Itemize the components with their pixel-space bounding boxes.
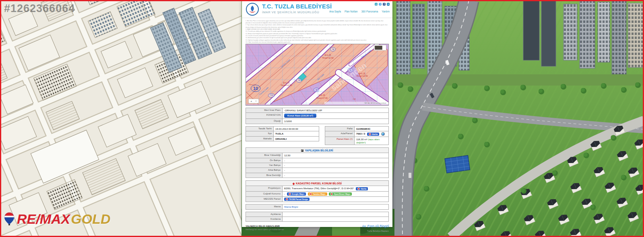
instagram-icon[interactable]: ◻ <box>375 3 378 6</box>
row-label: Ölçeği <box>246 118 283 124</box>
remax-gold-logo: RE/MAXGOLD <box>4 212 110 226</box>
row-value: - <box>283 168 389 173</box>
page-subtitle: İMAR VE ŞEHİRCİLİK MÜDÜRLÜĞÜ <box>262 10 319 14</box>
tuzla-eimar-page: T.C. TUZLA BELEDİYESİ İMAR VE ŞEHİRCİLİK… <box>242 1 392 227</box>
twitter-icon[interactable]: t <box>379 3 382 6</box>
row-value: 1/1000 <box>283 118 389 124</box>
pin-icon <box>289 193 291 195</box>
row-value: 19.03.2013 00:00:00 <box>274 126 319 131</box>
pafta-value: G22B09B4C <box>355 126 389 131</box>
row-label: MEGSİS Parsel <box>246 196 283 202</box>
map-overview-box[interactable] <box>374 45 386 51</box>
row-label: Arka Bahçe <box>246 168 283 173</box>
row-label: Mahalle <box>246 136 274 141</box>
mania-table: ManiaMania Bilgisi <box>246 204 389 209</box>
pin-icon <box>310 193 312 195</box>
row-value: 12,50 <box>283 153 389 158</box>
openstreet-maps-badge[interactable]: OpenStreet Maps <box>329 192 352 196</box>
yapilasma-header: YAPILAŞMA BİLGİLERİ <box>246 147 389 153</box>
notice-title: YALNIZCA BİLGİ AMAÇLIDIR <box>246 225 284 227</box>
nav-plan-notlari[interactable]: Plan Notları <box>345 10 358 13</box>
page-title: T.C. TUZLA BELEDİYESİ <box>262 3 332 10</box>
pin-icon <box>357 188 360 190</box>
nav-360-panorama[interactable]: 360 Panorama <box>361 10 378 13</box>
row-label: Pafta <box>325 126 355 131</box>
building-icon <box>301 149 303 152</box>
globe-icon[interactable] <box>381 132 385 136</box>
map-zoom-control[interactable]: + − <box>248 99 258 103</box>
megsis-value: TKGM Parsel Sorgu <box>283 196 389 202</box>
row-label: İlçe <box>246 131 274 136</box>
table-row: FONKSİYON Konut Alanı (118,30 m²) <box>246 112 389 119</box>
row-value: ORHANLI <box>274 136 319 141</box>
table-row: Meri İmar Planı -ORHANLI SANAYİ BÖLGESİ … <box>246 108 389 113</box>
listing-id-watermark: #1262366064 <box>4 2 75 15</box>
main-nav: Ana Sayfa Plan Notları 360 Panorama Yard… <box>329 10 390 13</box>
footer-signature: Av. Eren Ali Bingöl Tuzla Belediye Başka… <box>362 225 389 232</box>
page-footer: YALNIZCA BİLGİ AMAÇLIDIR Herhangi bir re… <box>246 225 389 232</box>
row-value: - <box>283 163 389 168</box>
row-label: Projeksiyon <box>246 186 283 191</box>
notice-subtitle: Herhangi bir resmi işlem için kullanılam… <box>246 228 284 231</box>
row-label: Ön Bahçe <box>246 158 283 163</box>
yandex-maps-badge[interactable]: Yandex Maps <box>308 192 327 196</box>
parsel-alani-value: 118,30 m² (tapu alanı değildir!) <box>355 137 389 145</box>
map-attribution: ©NETCAD | NETGIS Server ile üretilmiştir <box>364 102 386 104</box>
konut-alani-button[interactable]: Konut Alanı (118,30 m²) <box>284 114 316 118</box>
row-value: -ORHANLI SANAYİ BÖLGESİ UİP <box>283 108 389 113</box>
ada-parsel-number: 7003 / 3 <box>356 132 365 135</box>
ada-parsel-value: 7003 / 3 Harita <box>355 131 389 137</box>
zone-circle-label: 7A <box>298 80 300 82</box>
row-label: Yan Bahçe <box>246 163 283 168</box>
projeksiyon-value: ED50, Transvers Merkator (TM), Dilim Gen… <box>283 186 389 191</box>
zone-e-label: E=1.25 <box>283 82 290 84</box>
map-zoom-in-button[interactable]: + <box>250 100 252 103</box>
row-value: TUZLA <box>274 131 319 136</box>
nav-yardim[interactable]: Yardım <box>382 10 390 13</box>
row-value <box>283 217 389 222</box>
zone-h-label: Hmax=12.50 <box>357 75 368 77</box>
row-label: Bina Yüksekliği <box>246 153 283 158</box>
location-tables: Tasdik Tarihi19.03.2013 00:00:00 İlçeTUZ… <box>246 127 389 145</box>
mania-bilgisi-link[interactable]: Mania Bilgisi <box>283 204 389 209</box>
zone-e-label: E=1.25 <box>325 54 331 56</box>
tkgm-parsel-sorgu-badge[interactable]: TKGM Parsel Sorgu <box>284 198 310 201</box>
row-label: Mania <box>246 204 283 209</box>
remax-balloon-icon <box>4 212 14 226</box>
kadastro-section: KADASTRO PARSEL KONUM BİLGİSİ Projeksiyo… <box>246 180 389 202</box>
extra-table: Açıklama Kısıtlama <box>246 212 389 222</box>
row-label: Ada/Parsel <box>325 131 355 137</box>
zone-circle-label: 7B <box>315 89 318 91</box>
zone-h-label: Hmax=17.00 <box>316 97 328 99</box>
plan-note-line: 3.6- Diğer hususlarda meri mevzuat hüküm… <box>246 41 389 43</box>
table-row: Ölçeği 1/1000 <box>246 118 389 124</box>
zone-e-label: E=1.25 <box>319 94 325 96</box>
footer-notice: YALNIZCA BİLGİ AMAÇLIDIR Herhangi bir re… <box>246 225 284 231</box>
row-label: FONKSİYON <box>246 112 283 119</box>
block-number-label: 10 <box>253 86 258 91</box>
google-maps-badge[interactable]: Google Maps <box>287 192 306 196</box>
remax-wordmark: RE/MAX <box>17 211 70 227</box>
location-pin-icon <box>292 182 295 185</box>
facebook-icon[interactable]: f <box>383 3 386 6</box>
row-label: Parsel Alanı (¹) <box>325 137 355 145</box>
linkedin-icon[interactable]: in <box>387 3 390 6</box>
map-zoom-out-button[interactable]: − <box>255 99 257 103</box>
page-content: 1- Meri İmar Planı ve mevzuatına uygun o… <box>242 20 392 237</box>
harita-badge[interactable]: Harita <box>356 187 368 190</box>
parcel-code-label: C68 <box>353 98 356 100</box>
location-left-table: Tasdik Tarihi19.03.2013 00:00:00 İlçeTUZ… <box>246 127 319 145</box>
small-zone-label: Hmax=2.50 <box>249 84 256 86</box>
row-label: Kısıtlama <box>246 217 283 222</box>
gold-wordmark: GOLD <box>71 211 110 227</box>
zoning-map[interactable]: 10 7B 7B 7A 7B 7-50 <box>246 44 389 106</box>
listing-image: #1262366064 RE/MAXGOLD <box>0 0 644 237</box>
nav-ana-sayfa[interactable]: Ana Sayfa <box>329 10 341 13</box>
harita-badge[interactable]: Harita <box>367 133 379 136</box>
row-label: Tasdik Tarihi <box>246 126 274 131</box>
row-label: Coğrafi Konumu <box>246 191 283 197</box>
kadastro-header: KADASTRO PARSEL KONUM BİLGİSİ <box>246 180 389 186</box>
zone-h-label: Hmax=12.50 <box>281 84 292 86</box>
tuzla-belediyesi-logo <box>246 3 259 16</box>
pin-icon <box>330 193 333 195</box>
